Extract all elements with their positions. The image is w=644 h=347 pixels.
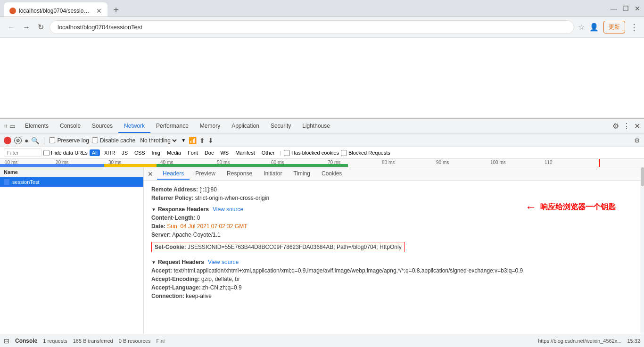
filter-type-all[interactable]: All — [90, 149, 100, 156]
update-button[interactable]: 更新 — [603, 21, 625, 33]
devtools-panel: ⌗ ▭ Elements Console Sources Network Per… — [0, 118, 644, 347]
tab-elements[interactable]: Elements — [19, 120, 54, 133]
accept-encoding-value: gzip, deflate, br — [201, 276, 240, 282]
restore-button[interactable]: ❐ — [623, 5, 629, 12]
bottom-requests: 1 requests — [43, 338, 67, 344]
search-icon[interactable]: 🔍 — [31, 137, 39, 144]
detail-tab-headers[interactable]: Headers — [157, 168, 190, 180]
filter-type-manifest[interactable]: Manifest — [233, 149, 257, 156]
tab-favicon — [9, 8, 16, 14]
name-column-header: Name — [4, 169, 18, 175]
filter-icon[interactable]: ● — [25, 137, 28, 144]
remote-address-value: [::1]:80 — [199, 186, 217, 193]
menu-icon[interactable]: ⋮ — [630, 22, 638, 33]
filter-type-css[interactable]: CSS — [132, 149, 148, 156]
filter-input[interactable] — [4, 149, 41, 157]
accept-encoding-label: Accept-Encoding: — [151, 276, 200, 282]
tab-performance[interactable]: Performance — [150, 120, 194, 133]
network-settings-icon[interactable]: ⚙ — [634, 137, 640, 144]
request-view-source[interactable]: View source — [208, 259, 239, 265]
tab-application[interactable]: Application — [226, 120, 265, 133]
timeline-progress — [0, 164, 348, 167]
scrollbar-thumb[interactable] — [641, 167, 644, 186]
close-button[interactable]: ✕ — [635, 5, 640, 12]
hide-data-urls-checkbox[interactable] — [43, 150, 50, 156]
back-button[interactable]: ← — [6, 21, 17, 33]
throttle-dropdown-icon[interactable]: ▼ — [181, 138, 186, 143]
preserve-log-label: Preserve log — [49, 137, 89, 144]
detail-tab-preview[interactable]: Preview — [190, 168, 221, 180]
date-label: Date: — [151, 223, 165, 230]
device-icon[interactable]: ▭ — [9, 122, 16, 130]
request-item[interactable]: sessionTest — [0, 177, 143, 187]
blocked-requests-label: Blocked Requests — [341, 150, 390, 156]
tab-memory[interactable]: Memory — [194, 120, 226, 133]
minimize-button[interactable]: ⁠— — [611, 5, 617, 12]
filter-type-doc[interactable]: Doc — [202, 149, 216, 156]
bottom-console-tab[interactable]: Console — [15, 338, 37, 344]
response-headers-triangle: ▼ — [151, 207, 156, 212]
request-name: sessionTest — [12, 179, 39, 185]
filter-type-img[interactable]: Img — [149, 149, 163, 156]
blocked-cookies-checkbox[interactable] — [284, 150, 290, 156]
detail-tab-cookies[interactable]: Cookies — [316, 168, 347, 180]
filter-type-other[interactable]: Other — [259, 149, 277, 156]
timeline-bar: 10 ms 20 ms 30 ms 40 ms 50 ms 60 ms 70 m… — [0, 159, 644, 167]
detail-close-button[interactable]: ✕ — [148, 170, 153, 178]
browser-titlebar: localhost/blog0704/sessionTe... ✕ + ⁠— ❐… — [0, 0, 644, 17]
content-length-row: Content-Length: 0 — [151, 215, 636, 221]
bottom-finish: Fini — [157, 338, 165, 344]
timeline-label-80: 80 ms — [382, 160, 395, 165]
refresh-button[interactable]: ↻ — [36, 21, 46, 33]
disable-cache-label: Disable cache — [92, 137, 135, 144]
bottom-console-icon[interactable]: ⊟ — [4, 337, 9, 345]
filter-type-js[interactable]: JS — [119, 149, 130, 156]
detail-tab-response[interactable]: Response — [221, 168, 258, 180]
preserve-log-checkbox[interactable] — [49, 137, 55, 143]
tab-network[interactable]: Network — [118, 120, 150, 133]
annotation-arrow: ← — [525, 200, 537, 214]
devtools-close-icon[interactable]: ✕ — [634, 122, 640, 131]
accept-language-row: Accept-Language: zh-CN,zh;q=0.9 — [151, 284, 636, 291]
forward-button[interactable]: → — [21, 21, 32, 33]
address-bar: ← → ↻ ☆ 👤 更新 ⋮ — [0, 17, 644, 38]
detail-tab-initiator[interactable]: Initiator — [258, 168, 288, 180]
filter-type-font[interactable]: Font — [185, 149, 200, 156]
upload-icon[interactable]: ⬆ — [199, 137, 205, 144]
timeline-label-110: 110 — [545, 160, 553, 165]
more-icon[interactable]: ⋮ — [623, 122, 630, 131]
tab-console[interactable]: Console — [54, 120, 86, 133]
filter-type-xhr[interactable]: XHR — [102, 149, 117, 156]
new-tab-button[interactable]: + — [109, 3, 123, 17]
tab-sources[interactable]: Sources — [86, 120, 118, 133]
disable-cache-checkbox[interactable] — [92, 137, 98, 143]
devtools-bottom: ⊟ Console 1 requests 185 B transferred 0… — [0, 334, 644, 347]
download-icon[interactable]: ⬇ — [208, 137, 214, 144]
inspect-icon[interactable]: ⌗ — [4, 122, 8, 130]
response-view-source[interactable]: View source — [213, 206, 243, 213]
tab-close-button[interactable]: ✕ — [96, 7, 102, 15]
tab-lighthouse[interactable]: Lighthouse — [297, 120, 336, 133]
bookmark-icon[interactable]: ☆ — [578, 23, 585, 32]
accept-label: Accept: — [151, 267, 172, 274]
record-button[interactable] — [4, 137, 11, 144]
active-tab[interactable]: localhost/blog0704/sessionTe... ✕ — [4, 2, 107, 17]
address-input[interactable] — [50, 20, 574, 34]
throttle-select[interactable]: No throttling — [138, 137, 178, 144]
requests-list: Name sessionTest — [0, 167, 144, 334]
network-toolbar: ⊘ ● 🔍 Preserve log Disable cache No thro… — [0, 134, 644, 147]
referrer-policy-label: Referrer Policy: — [151, 195, 193, 201]
wifi-icon[interactable]: 📶 — [189, 137, 197, 144]
settings-icon[interactable]: ⚙ — [612, 122, 619, 131]
remote-address-row: Remote Address: [::1]:80 — [151, 186, 636, 193]
stop-button[interactable]: ⊘ — [14, 137, 22, 144]
detail-tab-timing[interactable]: Timing — [288, 168, 316, 180]
tab-security[interactable]: Security — [265, 120, 297, 133]
timeline-marker — [599, 159, 600, 167]
filter-type-ws[interactable]: WS — [218, 149, 231, 156]
server-label: Server: — [151, 231, 171, 238]
profile-icon[interactable]: 👤 — [589, 23, 599, 32]
filter-type-media[interactable]: Media — [165, 149, 183, 156]
blocked-requests-checkbox[interactable] — [341, 150, 347, 156]
bottom-resources: 0 B resources — [119, 338, 151, 344]
